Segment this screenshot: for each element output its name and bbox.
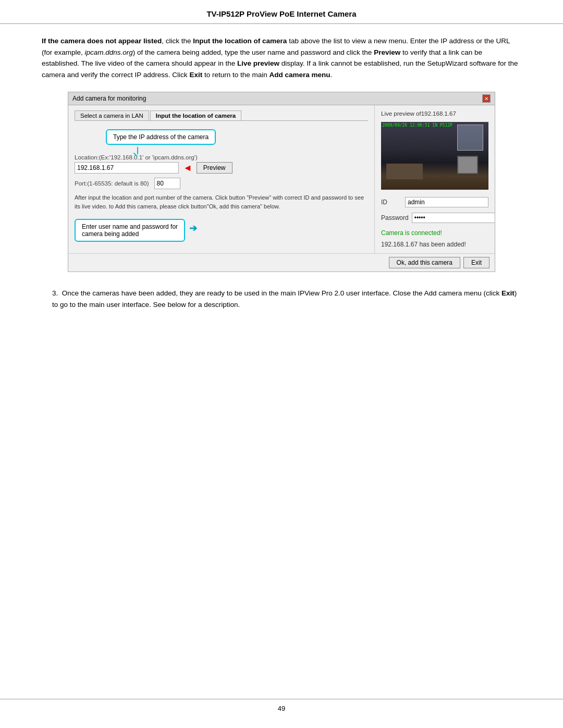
- intro-bold-4: Live preview: [237, 59, 279, 67]
- step3-number: 3.: [52, 289, 62, 297]
- dialog-titlebar: Add camera for monitoring ✕: [68, 92, 495, 105]
- intro-paragraph: If the camera does not appear listed, cl…: [42, 35, 521, 80]
- password-field-row: Password: [381, 213, 488, 223]
- password-input[interactable]: [412, 213, 495, 223]
- port-field-row: Port:(1-65535: default is 80): [75, 178, 368, 189]
- status-added-text: 192.168.1.67 has been added!: [381, 241, 488, 248]
- arrow-indicator: ◄: [183, 163, 192, 174]
- port-input[interactable]: [154, 178, 180, 189]
- intro-bold-5: Exit: [189, 71, 202, 79]
- step3-paragraph: 3. Once the cameras have been added, the…: [52, 288, 521, 310]
- dialog-title-text: Add camera for monitoring: [72, 95, 146, 102]
- page-title: TV-IP512P ProView PoE Internet Camera: [206, 9, 356, 18]
- camera-scene-window: [457, 125, 483, 151]
- callout2-line2: camera being added: [82, 230, 178, 238]
- intro-bold-3: Preview: [374, 48, 400, 56]
- dialog-box: Add camera for monitoring ✕ Select a cam…: [68, 92, 495, 272]
- ok-add-camera-button[interactable]: Ok, add this camera: [389, 257, 460, 268]
- step3-container: 3. Once the cameras have been added, the…: [42, 288, 521, 310]
- step3-exit-bold: Exit: [501, 289, 515, 297]
- id-field-row: ID: [381, 197, 488, 207]
- dialog-left-panel: Select a camera in LAN Input the locatio…: [68, 105, 375, 253]
- port-label: Port:(1-65535: default is 80): [75, 180, 149, 187]
- dialog-close-button[interactable]: ✕: [482, 94, 491, 103]
- page-header: TV-IP512P ProView PoE Internet Camera: [0, 0, 563, 24]
- footer-page-number: 49: [278, 705, 285, 712]
- dialog-right-panel: Live preview of192.168.1.67 2009/09/26 1…: [375, 105, 495, 253]
- camera-scene-desk: [386, 164, 423, 179]
- tab-bar: Select a camera in LAN Input the locatio…: [75, 110, 368, 121]
- callout-credentials: Enter user name and password for camera …: [75, 219, 185, 242]
- live-preview-label: Live preview of192.168.1.67: [381, 110, 488, 117]
- intro-bold-2: Input the location of camera: [193, 37, 287, 45]
- dialog-footer: Ok, add this camera Exit: [68, 253, 495, 272]
- main-content: If the camera does not appear listed, cl…: [0, 35, 563, 311]
- arrow-right-icon: ➔: [189, 223, 197, 234]
- page-container: TV-IP512P ProView PoE Internet Camera If…: [0, 0, 563, 728]
- camera-scene-monitor: [457, 156, 478, 174]
- dialog-body: Select a camera in LAN Input the locatio…: [68, 105, 495, 253]
- location-field-row: Location:(Ex:'192.168.0.1' or 'ipcam.ddn…: [75, 154, 368, 174]
- intro-bold-1: If the camera does not appear listed: [42, 37, 162, 45]
- camera-timestamp: 2009/09/26 12:06:51 IN P512P: [382, 123, 452, 128]
- password-label: Password: [381, 214, 409, 221]
- location-label: Location:(Ex:'192.168.0.1' or 'ipcam.ddn…: [75, 154, 368, 161]
- info-text: After input the location and port number…: [75, 193, 368, 211]
- callout2-line1: Enter user name and password for: [82, 223, 178, 230]
- intro-bold-6: Add camera menu: [269, 71, 330, 79]
- preview-button[interactable]: Preview: [197, 162, 232, 174]
- page-footer: 49: [0, 699, 563, 712]
- camera-preview-image: 2009/09/26 12:06:51 IN P512P: [381, 122, 488, 190]
- tab-input-location[interactable]: Input the location of camera: [150, 110, 241, 120]
- id-input[interactable]: [405, 197, 488, 207]
- id-label: ID: [381, 199, 402, 206]
- callout-ip-address: Type the IP address of the camera: [106, 129, 216, 145]
- location-input[interactable]: [75, 162, 179, 174]
- status-connected-text: Camera is connected!: [381, 229, 488, 237]
- intro-italic-1: ipcam.ddns.org: [85, 48, 133, 56]
- tab-select-camera-lan[interactable]: Select a camera in LAN: [75, 110, 149, 120]
- exit-button[interactable]: Exit: [463, 257, 489, 268]
